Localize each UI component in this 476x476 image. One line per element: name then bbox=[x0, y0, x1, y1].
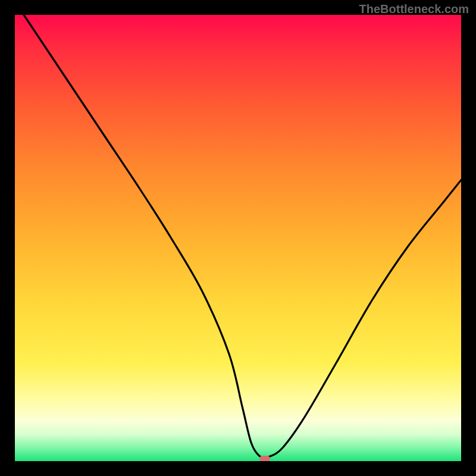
bottleneck-curve-path bbox=[24, 15, 461, 458]
attribution-text: TheBottleneck.com bbox=[359, 2, 469, 16]
bottleneck-curve-svg bbox=[15, 15, 461, 461]
bottleneck-chart bbox=[15, 15, 461, 461]
optimal-point-marker bbox=[259, 456, 270, 461]
